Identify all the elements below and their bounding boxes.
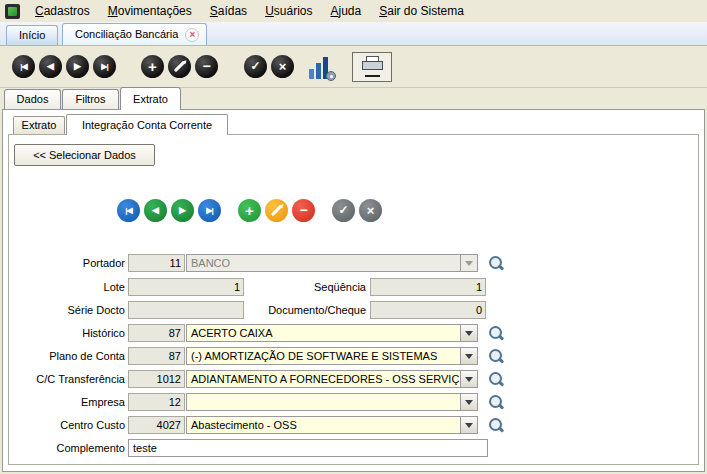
previous-record-button[interactable]: ◀ — [39, 55, 62, 78]
chevron-down-icon[interactable] — [460, 325, 477, 341]
menu-ajuda[interactable]: Ajuda — [321, 0, 370, 22]
empresa-code-field[interactable]: 12 — [128, 393, 185, 411]
documento-cheque-field[interactable]: 0 — [370, 301, 486, 319]
main-toolbar: |◀ ◀ ▶ ▶| + − ✓ × — [0, 46, 707, 88]
detail-next-record-button[interactable]: ▶ — [171, 199, 194, 222]
empresa-label: Empresa — [5, 393, 125, 411]
centro-custo-value: Abastecimento - OSS — [187, 417, 477, 433]
historico-search-icon[interactable] — [487, 324, 505, 342]
detail-previous-record-button[interactable]: ◀ — [144, 199, 167, 222]
complemento-label: Complemento — [5, 439, 125, 457]
centro-custo-label: Centro Custo — [5, 416, 125, 434]
plano-de-conta-code-field[interactable]: 87 — [128, 347, 185, 365]
historico-label: Histórico — [5, 324, 125, 342]
cc-transferencia-value: ADIANTAMENTO A FORNECEDORES - OSS SERVIÇ — [187, 371, 477, 387]
printer-icon-body — [362, 61, 383, 70]
plano-de-conta-search-icon[interactable] — [487, 347, 505, 365]
window-tab-bar: Início Conciliação Bancária × — [0, 22, 707, 46]
app-window: Cadastros Movimentações Saídas Usuários … — [0, 0, 707, 474]
empresa-search-icon[interactable] — [487, 393, 505, 411]
next-record-button[interactable]: ▶ — [66, 55, 89, 78]
selecionar-dados-button[interactable]: << Selecionar Dados — [14, 144, 155, 166]
sequencia-field[interactable]: 1 — [370, 278, 486, 296]
delete-record-button[interactable]: − — [195, 55, 218, 78]
printer-icon-underline — [365, 75, 380, 77]
cc-transferencia-label: C/C Transferência — [5, 370, 125, 388]
chevron-down-icon[interactable] — [460, 255, 477, 271]
menu-sair-do-sistema[interactable]: Sair do Sistema — [370, 0, 473, 22]
tab-filtros[interactable]: Filtros — [62, 89, 119, 109]
sequencia-label: Seqüência — [246, 278, 366, 296]
print-button[interactable] — [352, 52, 392, 82]
menu-cadastros[interactable]: Cadastros — [26, 0, 99, 22]
cc-transferencia-combo[interactable]: ADIANTAMENTO A FORNECEDORES - OSS SERVIÇ — [186, 370, 478, 388]
centro-custo-combo[interactable]: Abastecimento - OSS — [186, 416, 478, 434]
lote-label: Lote — [5, 278, 125, 296]
menu-bar: Cadastros Movimentações Saídas Usuários … — [0, 0, 707, 22]
complemento-field[interactable]: teste — [128, 439, 488, 457]
subtab-integracao-conta-corrente[interactable]: Integração Conta Corrente — [66, 114, 228, 135]
detail-confirm-button[interactable]: ✓ — [332, 199, 355, 222]
menu-usuarios[interactable]: Usuários — [256, 0, 321, 22]
detail-edit-record-button[interactable] — [265, 199, 288, 222]
edit-record-button[interactable] — [168, 55, 191, 78]
historico-value: ACERTO CAIXA — [187, 325, 477, 341]
add-record-button[interactable]: + — [141, 55, 164, 78]
tab-inicio[interactable]: Início — [6, 25, 58, 45]
subtab-extrato[interactable]: Extrato — [13, 116, 65, 134]
cancel-button[interactable]: × — [271, 55, 294, 78]
plano-de-conta-value: (-) AMORTIZAÇÃO DE SOFTWARE E SISTEMAS — [187, 348, 477, 364]
detail-cancel-button[interactable]: × — [359, 199, 382, 222]
tab-conciliacao-label: Conciliação Bancária — [75, 25, 178, 44]
last-record-button[interactable]: ▶| — [93, 55, 116, 78]
chevron-down-icon[interactable] — [460, 371, 477, 387]
gear-icon — [326, 71, 336, 81]
chevron-down-icon[interactable] — [460, 348, 477, 364]
tab-dados[interactable]: Dados — [4, 89, 61, 109]
empresa-value — [187, 394, 477, 410]
cc-transferencia-code-field[interactable]: 1012 — [128, 370, 185, 388]
empresa-combo[interactable] — [186, 393, 478, 411]
detail-add-record-button[interactable]: + — [238, 199, 261, 222]
chevron-down-icon[interactable] — [460, 417, 477, 433]
detail-delete-record-button[interactable]: − — [292, 199, 315, 222]
portador-search-icon[interactable] — [487, 254, 505, 272]
serie-docto-field[interactable] — [128, 301, 244, 319]
documento-cheque-label: Documento/Cheque — [246, 301, 366, 319]
tab-conciliacao-bancaria[interactable]: Conciliação Bancária × — [62, 23, 207, 45]
pencil-icon — [271, 205, 282, 216]
chart-report-button[interactable] — [307, 54, 334, 81]
close-tab-icon[interactable]: × — [185, 28, 199, 42]
centro-custo-search-icon[interactable] — [487, 416, 505, 434]
tab-extrato[interactable]: Extrato — [120, 87, 181, 110]
menu-saidas[interactable]: Saídas — [201, 0, 256, 22]
chevron-down-icon[interactable] — [460, 394, 477, 410]
plano-de-conta-label: Plano de Conta — [5, 347, 125, 365]
portador-combo[interactable]: BANCO — [186, 254, 478, 272]
plano-de-conta-combo[interactable]: (-) AMORTIZAÇÃO DE SOFTWARE E SISTEMAS — [186, 347, 478, 365]
detail-last-record-button[interactable]: ▶| — [198, 199, 221, 222]
portador-label: Portador — [5, 254, 125, 272]
portador-value: BANCO — [187, 255, 477, 271]
confirm-button[interactable]: ✓ — [244, 55, 267, 78]
chart-bar-icon — [309, 69, 314, 79]
lote-field[interactable]: 1 — [128, 278, 244, 296]
app-logo-icon — [5, 4, 20, 19]
first-record-button[interactable]: |◀ — [12, 55, 35, 78]
serie-docto-label: Série Docto — [5, 301, 125, 319]
historico-code-field[interactable]: 87 — [128, 324, 185, 342]
cc-transferencia-search-icon[interactable] — [487, 370, 505, 388]
historico-combo[interactable]: ACERTO CAIXA — [186, 324, 478, 342]
portador-code-field[interactable]: 11 — [128, 254, 185, 272]
menu-movimentacoes[interactable]: Movimentações — [99, 0, 201, 22]
pencil-icon — [174, 61, 185, 72]
detail-first-record-button[interactable]: |◀ — [117, 199, 140, 222]
centro-custo-code-field[interactable]: 4027 — [128, 416, 185, 434]
chart-bar-icon — [316, 63, 321, 79]
